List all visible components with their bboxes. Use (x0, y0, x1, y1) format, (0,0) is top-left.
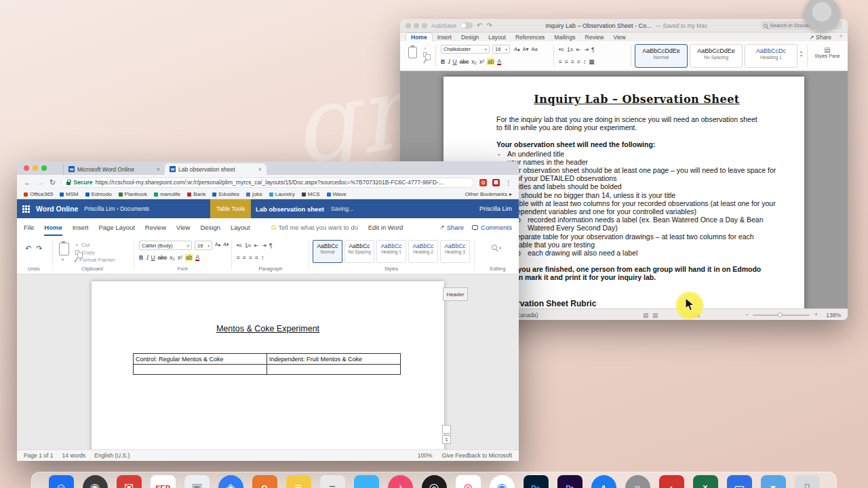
close-tab-icon[interactable]: × (157, 166, 160, 173)
line-spacing-button[interactable]: ↕ (583, 58, 586, 65)
bookmark-wave[interactable]: Wave (327, 191, 347, 197)
font-size-select[interactable]: 16▾ (492, 45, 510, 54)
bookmark-bank[interactable]: Bank (187, 191, 205, 197)
zoom-level[interactable]: 100% (418, 452, 433, 459)
user-name[interactable]: Priscilla Lim (479, 205, 512, 212)
paste-button[interactable] (408, 47, 417, 58)
header-button[interactable]: Header (443, 287, 468, 301)
shrink-font-icon[interactable]: A▾ (223, 242, 229, 247)
highlight-button[interactable]: ab (185, 254, 193, 261)
window-controls[interactable] (24, 165, 47, 171)
word-count[interactable]: 14 words (62, 452, 85, 459)
bookmark-edmodo[interactable]: Edmodo (85, 191, 112, 197)
subscript-button[interactable]: x₂ (170, 254, 175, 261)
dock-icon-notes[interactable]: ≡ (286, 475, 311, 488)
borders-button[interactable]: ▦ (589, 58, 594, 65)
font-color-button[interactable]: A (195, 254, 199, 261)
zoom-slider[interactable] (753, 314, 810, 316)
dock-icon-acrobat[interactable]: ▲ (659, 475, 684, 488)
menu-file[interactable]: File (24, 224, 34, 231)
browser-menu-icon[interactable]: ⋮ (505, 179, 512, 186)
undo-icon[interactable]: ↶ (25, 244, 31, 253)
ribbon-tab-view[interactable]: View (608, 33, 630, 41)
menu-review[interactable]: Review (145, 224, 166, 231)
underline-button[interactable]: U (453, 58, 457, 65)
language-status[interactable]: English (U.S.) (94, 452, 130, 459)
document-title[interactable]: Lab observation sheet (256, 205, 324, 213)
menu-insert[interactable]: Insert (73, 224, 89, 231)
page-number-box[interactable]: 1 (442, 435, 451, 444)
styles-pane-button[interactable]: ▤ Styles Pane (810, 43, 845, 67)
menu-table-layout[interactable]: Layout (231, 224, 250, 231)
tell-me-box[interactable]: Tell me what you want to do (271, 224, 358, 231)
collapse-ribbon-icon[interactable]: ^ (840, 34, 842, 41)
indent-button[interactable]: ⇥ (262, 242, 267, 249)
dock-icon-premiere[interactable]: Pr (557, 475, 583, 488)
bookmark-edusites[interactable]: Edusites (212, 191, 239, 197)
bookmark-jobs[interactable]: jobs (246, 191, 262, 197)
strikethrough-button[interactable]: abc (460, 58, 469, 65)
ribbon-tab-review[interactable]: Review (580, 33, 609, 41)
outdent-button[interactable]: ⇤ (576, 46, 581, 53)
dock-icon-camera[interactable]: ◎ (422, 475, 447, 488)
zoom-slider-thumb[interactable] (778, 312, 783, 317)
dock-icon-system-preferences[interactable]: ☼ (625, 475, 650, 488)
dock-icon-trash[interactable]: ▯ (795, 475, 820, 488)
autosave-toggle[interactable] (460, 22, 473, 28)
strikethrough-button[interactable]: abc (158, 254, 167, 261)
style-normal[interactable]: AaBbCcDdEeNormal (635, 44, 688, 68)
dock-icon-excel[interactable]: X (693, 475, 718, 488)
underline-button[interactable]: U (151, 254, 155, 261)
word-online-page[interactable]: Mentos & Coke Experiment Control: Regula… (92, 281, 444, 449)
subscript-button[interactable]: x₂ (471, 58, 477, 65)
ribbon-tab-insert[interactable]: Insert (433, 33, 456, 41)
redo-icon[interactable]: ↷ (36, 244, 42, 253)
style-no-spacing[interactable]: AaBbCcNo Spacing (344, 240, 374, 263)
style-heading-1[interactable]: AaBbCcDcHeading 1 (745, 44, 797, 68)
dock-icon-photoshop[interactable]: Ps (524, 475, 549, 488)
forward-button[interactable]: → (37, 178, 44, 186)
justify-button[interactable]: ≡ (255, 254, 258, 261)
window-controls[interactable] (406, 23, 427, 28)
menu-page-layout[interactable]: Page Layout (98, 224, 134, 231)
dock-icon-safari[interactable]: ◈ (218, 475, 243, 488)
style-normal[interactable]: AaBbCcNormal (313, 240, 342, 263)
format-painter-icon[interactable] (423, 58, 427, 64)
dock-icon-chrome[interactable]: ◉ (490, 475, 515, 488)
align-center-button[interactable]: ≡ (565, 58, 568, 65)
numbering-button[interactable]: 1≡ (245, 242, 252, 249)
breadcrumb[interactable]: Priscilla Lim › Documents (84, 205, 149, 212)
print-layout-icon[interactable]: ▥ (652, 312, 658, 319)
highlight-button[interactable]: ab (487, 58, 494, 65)
ribbon-tab-mailings[interactable]: Mailings (549, 33, 580, 41)
cut-icon[interactable]: × (424, 46, 427, 51)
font-color-button[interactable]: A (497, 58, 501, 65)
edit-in-word-button[interactable]: Edit in Word (368, 224, 403, 231)
font-name-select[interactable]: Calibri (Body)▾ (139, 241, 192, 250)
align-right-button[interactable]: ≡ (249, 254, 252, 261)
dock-icon-downloads-folder[interactable]: ▼ (761, 475, 786, 488)
style-heading-1[interactable]: AaBbCcHeading 1 (376, 240, 406, 263)
dock-icon-finder[interactable]: ☺ (49, 475, 74, 488)
dock-icon-photos[interactable]: ⊛ (456, 475, 481, 488)
share-button[interactable]: ↗Share (439, 224, 464, 231)
comments-button[interactable]: Comments (472, 224, 512, 231)
dock-icon-calendar[interactable]: SEP (151, 475, 176, 488)
align-center-button[interactable]: ≡ (243, 254, 246, 261)
dock-icon-office-app[interactable]: O (252, 475, 277, 488)
align-left-button[interactable]: ≡ (237, 254, 240, 261)
bold-button[interactable]: B (441, 58, 445, 65)
dock-icon-remote-desktop[interactable]: ▭ (727, 475, 752, 488)
url-text[interactable]: https://rcschool-my.sharepoint.com/:w:/r… (96, 179, 469, 186)
style-no-spacing[interactable]: AaBbCcDdEeNo Spacing (690, 44, 743, 68)
reload-button[interactable]: ↻ (50, 178, 56, 187)
app-launcher-icon[interactable] (22, 205, 30, 213)
bookmark-mcs[interactable]: MCS (302, 191, 320, 197)
bookmark-manulife[interactable]: manulife (154, 191, 180, 197)
close-tab-icon[interactable]: × (258, 166, 262, 173)
dock-icon-app-store[interactable]: A (591, 475, 616, 488)
menu-home[interactable]: Home (44, 218, 62, 236)
bold-button[interactable]: B (139, 254, 143, 261)
share-button[interactable]: ↗Share (809, 34, 831, 41)
app-name[interactable]: Word Online (36, 205, 78, 213)
